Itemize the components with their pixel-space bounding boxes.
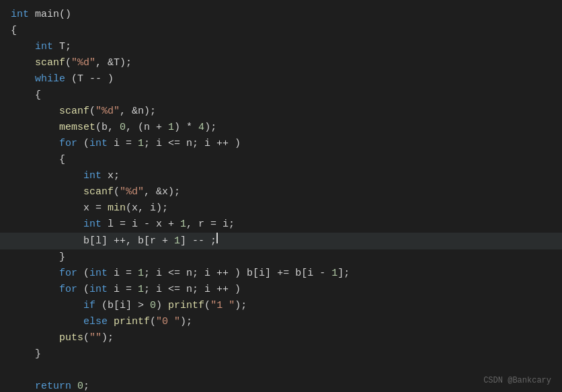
code-content: int main(){ int T; scanf("%d", &T); whil… (0, 7, 562, 392)
code-line (0, 362, 562, 379)
code-line: int l = i - x + 1, r = i; (0, 217, 562, 233)
code-line: for (int i = 1; i <= n; i ++ ) (0, 282, 562, 298)
code-line: } (0, 346, 562, 362)
watermark-text: CSDN @Bankcary (483, 376, 551, 385)
code-line: x = min(x, i); (0, 200, 562, 217)
code-line: puts(""); (0, 330, 562, 346)
code-line: for (int i = 1; i <= n; i ++ ) (0, 136, 562, 152)
code-line: } (0, 249, 562, 266)
code-line: int main() (0, 7, 562, 23)
code-line: { (0, 87, 562, 104)
code-line: scanf("%d", &x); (0, 184, 562, 200)
code-line: int T; (0, 39, 562, 55)
code-line: { (0, 23, 562, 39)
code-line: { (0, 152, 562, 168)
code-line: for (int i = 1; i <= n; i ++ ) b[i] += b… (0, 266, 562, 282)
code-line: scanf("%d", &T); (0, 55, 562, 71)
code-line: else printf("0 "); (0, 314, 562, 330)
code-line: int x; (0, 168, 562, 184)
code-line: b[l] ++, b[r + 1] -- ; (0, 233, 562, 249)
code-line: while (T -- ) (0, 71, 562, 87)
text-cursor (216, 233, 218, 243)
code-editor: int main(){ int T; scanf("%d", &T); whil… (0, 0, 562, 392)
code-line: memset(b, 0, (n + 1) * 4); (0, 120, 562, 136)
code-line: if (b[i] > 0) printf("1 "); (0, 298, 562, 314)
code-line: scanf("%d", &n); (0, 104, 562, 120)
code-line: return 0; (0, 379, 562, 392)
